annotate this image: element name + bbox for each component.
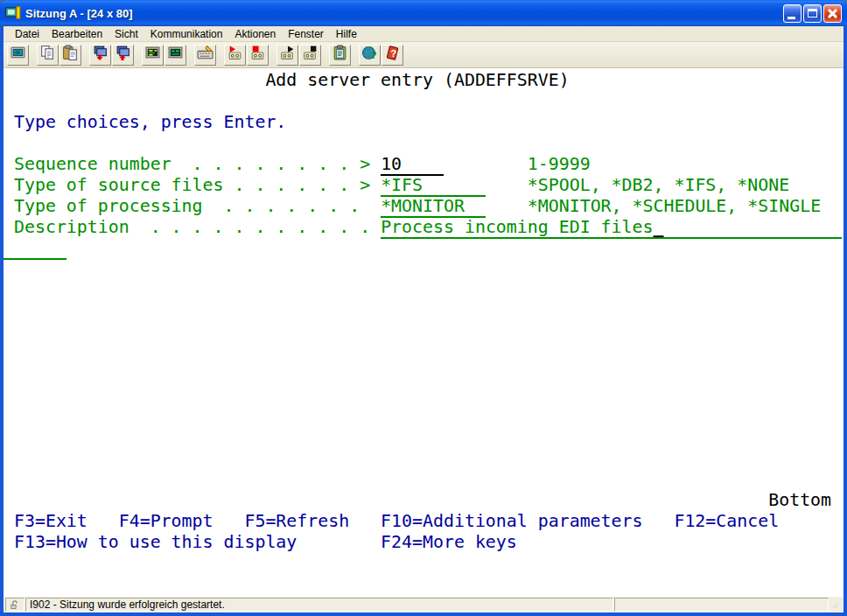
web-help-icon: ? (361, 45, 378, 65)
copy-icon (39, 45, 56, 65)
function-keys-line-2: F13=How to use this display F24=More key… (14, 532, 517, 552)
send-file-button[interactable] (89, 45, 111, 66)
record-macro-icon (227, 45, 243, 65)
terminal-row-22: F3=Exit F4=Prompt F5=Refresh F10=Additio… (4, 511, 779, 532)
terminal-row-23: F13=How to use this display F24=More key… (4, 532, 517, 553)
status-message: I902 - Sitzung wurde erfolgreich gestart… (25, 598, 613, 612)
receive-file-icon (115, 45, 131, 65)
terminal-row-3: Type choices, press Enter. (4, 112, 286, 133)
display-setup-button[interactable] (142, 45, 164, 66)
stop-macro-button[interactable] (299, 45, 321, 66)
display-colors-icon (167, 45, 184, 65)
emulator-window: Sitzung A - [24 x 80] DateiBearbeitenSic… (0, 0, 847, 616)
field-processing[interactable]: *MONITOR (381, 196, 465, 218)
instruction-line: Type choices, press Enter. (14, 112, 286, 132)
display-colors-button[interactable] (164, 45, 186, 66)
label-processing: Type of processing . . . . . . . (14, 196, 370, 216)
menu-item-bearbeiten[interactable]: Bearbeiten (46, 27, 108, 41)
terminal-row-8: Description . . . . . . . . . . . Proces… (4, 217, 842, 238)
terminal-row-6: Type of source files . . . . . . > *IFS … (4, 175, 789, 196)
terminal-row-1: Add server entry (ADDEFFSRVE) (4, 70, 570, 91)
maximize-icon (808, 9, 817, 18)
keyboard-setup-button[interactable] (194, 45, 216, 66)
menu-item-datei[interactable]: Datei (9, 27, 46, 41)
field-source-files[interactable]: *IFS (381, 175, 423, 197)
allowed-values-sequence-number: 1-9999 (528, 154, 591, 174)
menu-item-hilfe[interactable]: Hilfe (330, 27, 363, 41)
menu-item-fenster[interactable]: Fenster (282, 27, 330, 41)
record-macro-button[interactable] (224, 45, 246, 66)
resize-grip[interactable] (829, 598, 842, 612)
svg-text:?: ? (371, 50, 376, 60)
screen-title: Add server entry (ADDEFFSRVE) (265, 70, 569, 90)
minimize-button[interactable] (783, 4, 802, 23)
connection-status-icon (5, 598, 24, 612)
label-description: Description . . . . . . . . . . . (14, 217, 370, 237)
field-description-pad[interactable] (663, 217, 842, 239)
copy-button[interactable] (37, 45, 59, 66)
menu-item-aktionen[interactable]: Aktionen (228, 27, 282, 41)
paste-button[interactable] (60, 45, 81, 66)
minimize-icon (788, 17, 795, 19)
terminal-row-5: Sequence number . . . . . . . . > 10 1-9… (4, 154, 591, 175)
web-help-button[interactable]: ? (359, 45, 381, 66)
stop-record-button[interactable] (247, 45, 269, 66)
field-description[interactable]: Process incoming EDI files (381, 217, 653, 239)
maximize-button[interactable] (803, 4, 822, 23)
svg-text:?: ? (390, 47, 396, 59)
terminal-row-21: Bottom (4, 490, 831, 511)
menu-item-kommunikation[interactable]: Kommunikation (144, 27, 229, 41)
session-screen-button[interactable] (7, 45, 29, 66)
field-sequence-number-pad[interactable] (402, 154, 444, 176)
text-cursor[interactable]: _ (653, 217, 663, 239)
stop-macro-icon (302, 45, 318, 65)
help-button[interactable]: ? (382, 45, 403, 66)
receive-file-button[interactable] (112, 45, 134, 66)
window-title: Sitzung A - [24 x 80] (25, 7, 781, 20)
help-icon: ? (384, 45, 401, 65)
stop-record-icon (249, 45, 266, 65)
terminal-row-7: Type of processing . . . . . . . *MONITO… (4, 196, 821, 217)
status-extra-panel (614, 598, 829, 612)
menu-bar: DateiBearbeitenSichtKommunikationAktione… (4, 26, 844, 42)
close-button[interactable] (823, 4, 842, 23)
field-sequence-number[interactable]: 10 (381, 154, 402, 176)
status-bar: I902 - Sitzung wurde erfolgreich gestart… (4, 596, 844, 612)
bottom-marker: Bottom (768, 490, 831, 510)
allowed-values-processing: *MONITOR, *SCHEDULE, *SINGLE (528, 196, 821, 216)
clipboard-button[interactable] (329, 45, 351, 66)
label-source-files: Type of source files . . . . . . > (14, 175, 370, 195)
session-screen-icon (10, 45, 26, 65)
field-source-files-pad[interactable] (423, 175, 486, 197)
toolbar: ?? (4, 42, 844, 68)
title-bar: Sitzung A - [24 x 80] (0, 0, 847, 26)
field-processing-pad[interactable] (465, 196, 486, 218)
play-macro-button[interactable] (276, 45, 298, 66)
session-app-icon (5, 5, 21, 21)
display-setup-icon (144, 45, 161, 65)
allowed-values-source-files: *SPOOL, *DB2, *IFS, *NONE (528, 175, 789, 195)
label-sequence-number: Sequence number . . . . . . . . > (14, 154, 370, 174)
field-description-continuation[interactable] (4, 238, 66, 260)
terminal-screen[interactable]: Add server entry (ADDEFFSRVE) Type choic… (4, 68, 844, 596)
keyboard-setup-icon (197, 45, 214, 65)
play-macro-icon (279, 45, 296, 65)
send-file-icon (92, 45, 108, 65)
terminal-row-9 (4, 238, 66, 259)
clipboard-icon (332, 45, 348, 65)
function-keys-line-1: F3=Exit F4=Prompt F5=Refresh F10=Additio… (14, 511, 779, 531)
menu-item-sicht[interactable]: Sicht (108, 27, 144, 41)
paste-icon (62, 45, 79, 65)
